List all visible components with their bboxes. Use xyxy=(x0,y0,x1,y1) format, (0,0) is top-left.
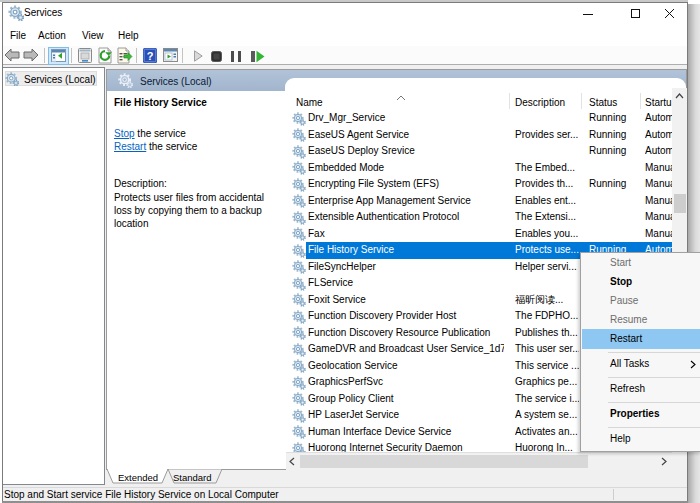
svg-text:?: ? xyxy=(147,50,154,62)
